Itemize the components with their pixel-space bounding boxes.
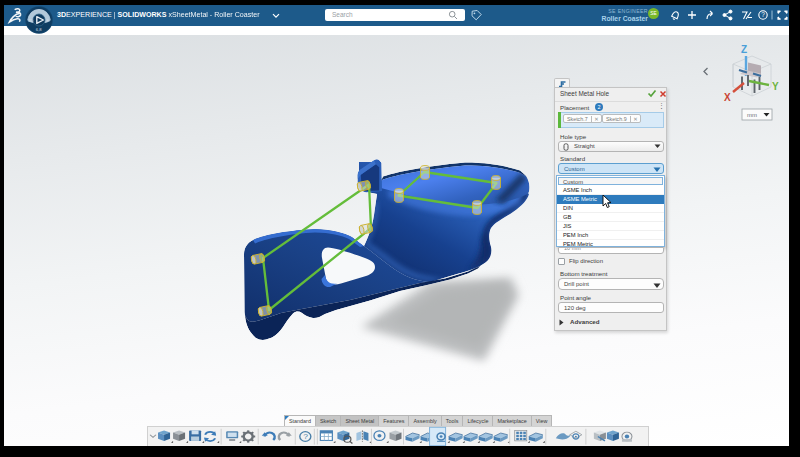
svg-text:?: ? [303,432,308,440]
svg-text:Z: Z [741,44,747,55]
svg-text:?: ? [761,11,765,18]
svg-text:X: X [724,92,731,103]
svg-text:3D: 3D [28,18,33,23]
svg-text:Y: Y [772,81,779,92]
svg-text:6,8: 6,8 [36,26,42,31]
svg-text:mm: mm [747,112,757,118]
svg-text:F: F [47,18,50,23]
